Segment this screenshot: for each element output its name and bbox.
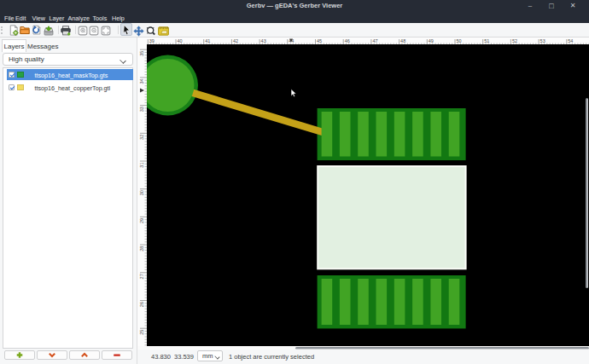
svg-text:30: 30 — [139, 190, 144, 195]
svg-text:34: 34 — [139, 78, 144, 84]
svg-text:28: 28 — [139, 246, 144, 251]
svg-text:43: 43 — [261, 38, 266, 43]
svg-text:31: 31 — [139, 163, 144, 168]
svg-text:27: 27 — [139, 274, 144, 279]
svg-text:46: 46 — [345, 38, 350, 43]
svg-text:40: 40 — [178, 38, 183, 43]
svg-text:39: 39 — [149, 38, 155, 43]
svg-text:26: 26 — [139, 302, 144, 307]
svg-text:48: 48 — [400, 38, 405, 43]
svg-text:51: 51 — [484, 38, 489, 43]
svg-text:32: 32 — [139, 135, 144, 140]
svg-text:50: 50 — [457, 38, 462, 43]
svg-text:29: 29 — [139, 218, 144, 223]
svg-text:49: 49 — [429, 38, 434, 43]
svg-text:33: 33 — [139, 107, 144, 112]
svg-text:25: 25 — [139, 330, 144, 335]
svg-text:54: 54 — [568, 38, 573, 43]
svg-text:53: 53 — [540, 38, 545, 43]
svg-text:41: 41 — [205, 38, 210, 43]
svg-text:42: 42 — [233, 38, 238, 43]
svg-text:52: 52 — [512, 38, 517, 43]
svg-text:45: 45 — [317, 38, 322, 43]
svg-text:47: 47 — [372, 38, 377, 43]
svg-text:35: 35 — [139, 51, 144, 56]
